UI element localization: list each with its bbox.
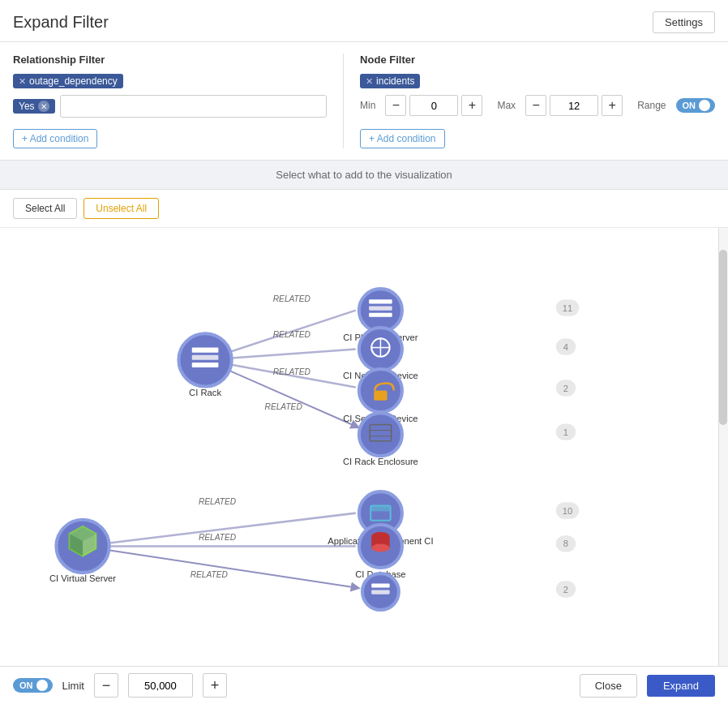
un-icon2 xyxy=(371,590,389,595)
footer-toggle-label: ON xyxy=(19,680,33,690)
badge-physical-server-text: 11 xyxy=(563,303,572,313)
range-toggle-label: ON xyxy=(683,101,696,110)
limit-decrement-button[interactable]: − xyxy=(94,673,118,698)
min-input[interactable] xyxy=(409,95,458,116)
max-input[interactable] xyxy=(550,95,598,116)
expand-button[interactable]: Expand xyxy=(647,675,715,697)
badge-unknown-text: 2 xyxy=(563,585,568,595)
relationship-filter-label: Relationship Filter xyxy=(13,54,327,66)
relationship-tag-row: ✕ outage_dependency xyxy=(13,74,327,88)
ci-virtual-server-label: CI Virtual Server xyxy=(49,573,116,583)
vs-edge-label-3: RELATED xyxy=(191,570,229,579)
node-tag-label: incidents xyxy=(376,75,414,87)
relationship-tag-label: outage_dependency xyxy=(29,75,118,87)
range-toggle[interactable]: ON xyxy=(676,98,716,113)
ci-rack-enclosure-label: CI Rack Enclosure xyxy=(343,457,418,466)
range-toggle-knob xyxy=(699,100,710,111)
limit-input[interactable] xyxy=(128,673,193,698)
ci-rack-node[interactable] xyxy=(178,333,231,386)
header: Expand Filter Settings xyxy=(0,0,728,42)
edge-label-3: RELATED xyxy=(273,367,311,376)
edge-label-1: RELATED xyxy=(273,294,311,303)
node-tag[interactable]: ✕ incidents xyxy=(360,74,420,88)
relationship-tag[interactable]: ✕ outage_dependency xyxy=(13,74,123,88)
select-row: Select All Unselect All xyxy=(0,190,728,228)
badge-ci-database-text: 8 xyxy=(563,539,568,548)
ps-icon2 xyxy=(369,307,392,311)
page-title: Expand Filter xyxy=(13,13,109,32)
limit-label: Limit xyxy=(62,680,84,692)
ci-rack-icon2 xyxy=(192,355,219,360)
limit-increment-button[interactable]: + xyxy=(203,673,227,698)
sd-icon-body xyxy=(374,391,387,401)
badge-app-component-text: 10 xyxy=(563,506,572,516)
max-decrement-button[interactable]: − xyxy=(525,95,546,116)
relationship-filter: Relationship Filter ✕ outage_dependency … xyxy=(13,54,344,148)
value-tag-remove[interactable]: ✕ xyxy=(38,101,49,112)
footer: ON Limit − + Close Expand xyxy=(0,666,728,704)
scrollbar-thumb[interactable] xyxy=(719,250,727,425)
footer-toggle[interactable]: ON xyxy=(13,678,53,693)
edge-vs-other xyxy=(83,546,356,587)
node-tag-remove[interactable]: ✕ xyxy=(366,76,373,87)
badge-security-device-text: 2 xyxy=(563,384,568,393)
ci-rack-icon3 xyxy=(192,363,219,367)
node-filter: Node Filter ✕ incidents Min − + Max − + … xyxy=(344,54,715,148)
ci-rack-enclosure-node[interactable] xyxy=(359,413,402,456)
scrollbar[interactable] xyxy=(718,228,728,666)
relationship-tag-remove[interactable]: ✕ xyxy=(19,76,26,87)
select-all-button[interactable]: Select All xyxy=(13,198,77,219)
vs-edge-label-2: RELATED xyxy=(199,533,237,542)
min-max-row: Min − + Max − + Range ON xyxy=(360,95,715,116)
max-group: − + xyxy=(525,95,623,116)
min-label: Min xyxy=(360,100,375,111)
edge-label-4: RELATED xyxy=(265,402,303,411)
relationship-add-condition-button[interactable]: + Add condition xyxy=(13,129,97,148)
graph-svg: RELATED RELATED RELATED RELATED CI Rack … xyxy=(0,228,728,666)
vs-edge-label-1: RELATED xyxy=(199,497,237,506)
viz-bar-text: Select what to add to the visualization xyxy=(276,169,452,181)
un-icon1 xyxy=(371,583,389,587)
ps-icon1 xyxy=(369,299,392,303)
value-tag-row: Yes ✕ xyxy=(13,95,327,118)
min-decrement-button[interactable]: − xyxy=(385,95,406,116)
ci-rack-icon xyxy=(192,348,219,353)
badge-rack-enclosure-text: 1 xyxy=(563,427,568,437)
edge-label-2: RELATED xyxy=(273,330,311,339)
max-increment-button[interactable]: + xyxy=(602,95,623,116)
ps-icon3 xyxy=(369,313,392,317)
node-filter-label: Node Filter xyxy=(360,54,715,66)
graph-area: RELATED RELATED RELATED RELATED CI Rack … xyxy=(0,228,728,666)
db-icon-bottom xyxy=(371,543,389,552)
close-button[interactable]: Close xyxy=(580,674,637,698)
value-tag-label: Yes xyxy=(19,101,35,112)
settings-button[interactable]: Settings xyxy=(653,11,715,33)
max-label: Max xyxy=(497,100,516,111)
unselect-all-button[interactable]: Unselect All xyxy=(84,198,159,219)
relationship-text-input[interactable] xyxy=(60,95,328,118)
footer-toggle-knob xyxy=(36,680,48,691)
min-group: − + xyxy=(385,95,482,116)
filter-section: Relationship Filter ✕ outage_dependency … xyxy=(0,42,728,161)
value-tag[interactable]: Yes ✕ xyxy=(13,99,55,114)
range-label: Range xyxy=(637,100,666,111)
node-tag-row: ✕ incidents xyxy=(360,74,715,88)
node-add-condition-button[interactable]: + Add condition xyxy=(360,129,444,148)
ac-icon-top xyxy=(370,505,390,511)
viz-bar: Select what to add to the visualization xyxy=(0,161,728,190)
badge-network-device-text: 4 xyxy=(563,342,568,352)
ci-rack-label: CI Rack xyxy=(189,388,221,397)
min-increment-button[interactable]: + xyxy=(461,95,482,116)
